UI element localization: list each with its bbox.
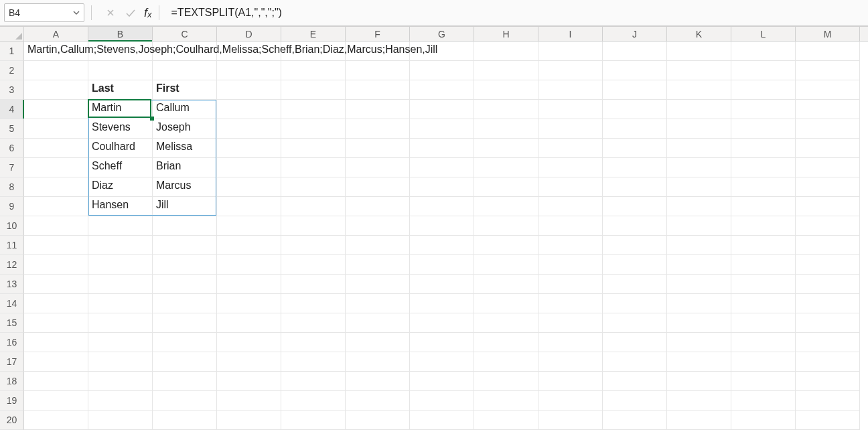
- cell[interactable]: Martin: [88, 100, 153, 119]
- cell[interactable]: [731, 42, 796, 61]
- cell[interactable]: [410, 236, 474, 255]
- cell[interactable]: Diaz: [88, 177, 153, 197]
- cell[interactable]: [217, 139, 281, 158]
- cell[interactable]: [24, 61, 88, 80]
- cell[interactable]: [603, 177, 667, 197]
- cell[interactable]: [88, 391, 153, 411]
- row-header[interactable]: 7: [0, 158, 24, 177]
- column-header[interactable]: J: [603, 27, 667, 41]
- cell[interactable]: [603, 158, 667, 177]
- cell[interactable]: [667, 391, 731, 411]
- name-box[interactable]: B4: [4, 3, 84, 22]
- cell[interactable]: [474, 313, 538, 333]
- cell[interactable]: [217, 372, 281, 391]
- cell[interactable]: [346, 61, 410, 80]
- cell[interactable]: [603, 42, 667, 61]
- cell[interactable]: [474, 197, 538, 216]
- cell[interactable]: [24, 352, 88, 372]
- cell[interactable]: [24, 294, 88, 313]
- cell[interactable]: [88, 236, 153, 255]
- cell[interactable]: [153, 61, 217, 80]
- cell[interactable]: [281, 313, 346, 333]
- cell[interactable]: [281, 372, 346, 391]
- cell[interactable]: [281, 294, 346, 313]
- cell[interactable]: [281, 197, 346, 216]
- cell[interactable]: [603, 391, 667, 411]
- cell[interactable]: [346, 236, 410, 255]
- fill-handle[interactable]: [150, 117, 154, 121]
- cell[interactable]: [24, 139, 88, 158]
- cell[interactable]: [474, 80, 538, 100]
- cell[interactable]: [538, 119, 603, 139]
- row-header[interactable]: 15: [0, 313, 24, 333]
- row-header[interactable]: 10: [0, 216, 24, 236]
- cell[interactable]: [24, 197, 88, 216]
- cell[interactable]: [153, 333, 217, 352]
- cell[interactable]: [538, 139, 603, 158]
- cell[interactable]: [24, 275, 88, 294]
- cell[interactable]: [796, 372, 860, 391]
- cell[interactable]: [667, 80, 731, 100]
- cell[interactable]: [281, 333, 346, 352]
- cell[interactable]: [603, 352, 667, 372]
- cell[interactable]: [538, 255, 603, 275]
- cell[interactable]: [474, 61, 538, 80]
- cell[interactable]: [474, 216, 538, 236]
- cell[interactable]: [667, 333, 731, 352]
- cell[interactable]: [731, 158, 796, 177]
- cell[interactable]: [88, 216, 153, 236]
- row-header[interactable]: 9: [0, 197, 24, 216]
- cell[interactable]: [346, 255, 410, 275]
- column-header[interactable]: F: [346, 27, 410, 41]
- cell[interactable]: [796, 158, 860, 177]
- cell[interactable]: [731, 139, 796, 158]
- cell[interactable]: Callum: [153, 100, 217, 119]
- cell[interactable]: [24, 177, 88, 197]
- cell[interactable]: [24, 333, 88, 352]
- formula-input[interactable]: [166, 4, 864, 21]
- cell[interactable]: [538, 391, 603, 411]
- cell[interactable]: [538, 177, 603, 197]
- cell[interactable]: [667, 177, 731, 197]
- cell[interactable]: [474, 158, 538, 177]
- row-header[interactable]: 8: [0, 177, 24, 197]
- cell[interactable]: [796, 352, 860, 372]
- cell[interactable]: [281, 255, 346, 275]
- cell[interactable]: [731, 352, 796, 372]
- cell[interactable]: [217, 352, 281, 372]
- row-header[interactable]: 14: [0, 294, 24, 313]
- cell[interactable]: [603, 100, 667, 119]
- cell[interactable]: [346, 275, 410, 294]
- cell[interactable]: [474, 139, 538, 158]
- cell[interactable]: Melissa: [153, 139, 217, 158]
- cell[interactable]: [796, 80, 860, 100]
- cell[interactable]: [217, 294, 281, 313]
- row-header[interactable]: 18: [0, 372, 24, 391]
- cell[interactable]: [281, 119, 346, 139]
- cell[interactable]: [346, 391, 410, 411]
- cell[interactable]: [346, 411, 410, 430]
- cell[interactable]: [24, 255, 88, 275]
- column-header[interactable]: G: [410, 27, 474, 41]
- cell[interactable]: [346, 177, 410, 197]
- cell[interactable]: [410, 158, 474, 177]
- row-header[interactable]: 13: [0, 275, 24, 294]
- cell[interactable]: [410, 139, 474, 158]
- cell[interactable]: [538, 42, 603, 61]
- cell[interactable]: [538, 100, 603, 119]
- cell[interactable]: [538, 61, 603, 80]
- cell[interactable]: [667, 42, 731, 61]
- cell[interactable]: [88, 61, 153, 80]
- cell[interactable]: [474, 294, 538, 313]
- cell[interactable]: [796, 216, 860, 236]
- cell[interactable]: [667, 313, 731, 333]
- cell[interactable]: [217, 61, 281, 80]
- cell[interactable]: [410, 119, 474, 139]
- cell[interactable]: [474, 391, 538, 411]
- cell[interactable]: [474, 333, 538, 352]
- row-header[interactable]: 5: [0, 119, 24, 139]
- cell[interactable]: [217, 333, 281, 352]
- cell[interactable]: [538, 333, 603, 352]
- cell[interactable]: [346, 80, 410, 100]
- cell[interactable]: [538, 313, 603, 333]
